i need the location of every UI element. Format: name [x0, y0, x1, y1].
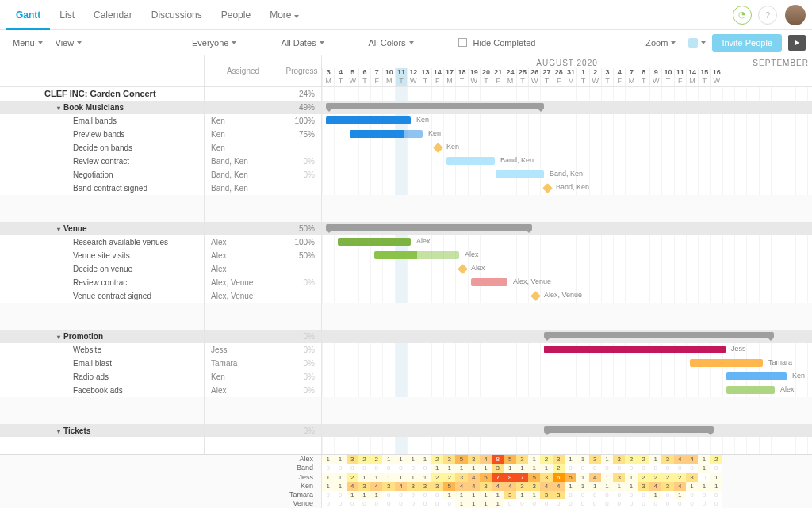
day-column: 4T — [334, 68, 346, 86]
assigned-cell — [205, 424, 282, 437]
workload-cell: 0 — [613, 464, 625, 472]
day-column: 26W — [528, 68, 540, 86]
gantt-bar[interactable] — [326, 224, 532, 231]
invite-people-button[interactable]: Invite People — [712, 34, 782, 52]
workload-cell: 0 — [322, 499, 334, 508]
tab-discussions[interactable]: Discussions — [142, 0, 212, 30]
assigned-cell — [205, 303, 282, 316]
workload-cell: 4 — [540, 482, 552, 491]
workload-cell: 0 — [601, 491, 613, 499]
group-row[interactable]: Book Musicians — [0, 101, 204, 114]
menu-dropdown[interactable]: Menu — [6, 38, 49, 48]
hide-completed-toggle[interactable]: Hide Completed — [452, 38, 542, 48]
zoom-dropdown[interactable]: Zoom — [639, 38, 682, 48]
gantt-bar[interactable] — [726, 386, 775, 394]
progress-cell — [282, 208, 321, 222]
task-row[interactable]: Email blast — [0, 357, 204, 370]
tab-gantt[interactable]: Gantt — [6, 0, 50, 30]
help-icon[interactable]: ? — [758, 6, 777, 25]
avatar[interactable] — [785, 5, 806, 25]
gantt-bar[interactable] — [326, 116, 411, 124]
workload-cell: 3 — [638, 482, 649, 491]
workload-cell: 1 — [528, 455, 540, 464]
workload-cell: 4 — [686, 455, 698, 464]
workload-cell: 1 — [382, 473, 394, 482]
workload-cell: 0 — [638, 499, 649, 508]
workload-cell: 1 — [407, 473, 419, 482]
month-label: AUGUST 2020 — [322, 59, 812, 67]
workload-cell: 0 — [504, 499, 515, 508]
task-row[interactable]: Email bands — [0, 114, 204, 128]
filter-colors[interactable]: All Colors — [362, 38, 420, 48]
gantt-bar[interactable] — [690, 359, 763, 367]
workload-cell: 1 — [492, 491, 504, 499]
tab-more[interactable]: More — [260, 0, 308, 30]
workload-cell: 1 — [395, 455, 407, 464]
assigned-cell: Ken — [205, 114, 282, 128]
workload-cell: 4 — [468, 473, 480, 482]
day-column: 25T — [516, 68, 528, 86]
gantt-bar[interactable] — [544, 426, 714, 433]
workload-cell: 0 — [576, 499, 588, 508]
task-row[interactable]: Facebook ads — [0, 384, 204, 397]
day-column: 17M — [443, 68, 455, 86]
workload-cell: 0 — [613, 499, 625, 508]
task-row[interactable]: Preview bands — [0, 128, 204, 141]
workload-cell: 2 — [710, 455, 722, 464]
view-dropdown[interactable]: View — [49, 38, 89, 48]
day-column: 1T — [576, 68, 588, 86]
tab-list[interactable]: List — [50, 0, 84, 30]
gantt-bar[interactable] — [350, 130, 423, 138]
gantt-bar[interactable] — [544, 332, 774, 338]
progress-cell: 0% — [282, 168, 321, 181]
workload-cell: 2 — [661, 473, 673, 482]
day-column: 12W — [407, 68, 419, 86]
task-row[interactable]: Research available venues — [0, 235, 204, 249]
day-column: 3T — [601, 68, 613, 86]
activity-icon[interactable]: ◔ — [733, 6, 752, 25]
presentation-button[interactable] — [788, 35, 806, 51]
workload-cell: 0 — [334, 464, 346, 472]
task-row[interactable]: Decide on venue — [0, 262, 204, 276]
tab-calendar[interactable]: Calendar — [84, 0, 142, 30]
task-row[interactable]: Venue site visits — [0, 249, 204, 262]
color-dropdown[interactable] — [682, 38, 712, 48]
filter-everyone[interactable]: Everyone — [186, 38, 243, 48]
tab-people[interactable]: People — [212, 0, 260, 30]
task-row[interactable]: Website — [0, 343, 204, 357]
day-column: 6T — [358, 68, 370, 86]
task-row[interactable]: Review contract — [0, 155, 204, 168]
assigned-cell — [205, 101, 282, 114]
gantt-bar[interactable] — [726, 372, 787, 380]
gantt-bar[interactable] — [496, 170, 544, 178]
workload-person: Ken — [0, 482, 321, 491]
workload-cell: 1 — [431, 464, 443, 472]
workload-cell: 0 — [370, 499, 382, 508]
workload-person: Alex — [0, 455, 321, 464]
workload-cell: 1 — [419, 455, 431, 464]
gantt-bar[interactable] — [471, 278, 508, 286]
project-title[interactable]: CLEF INC: Garden Concert — [0, 87, 204, 101]
workload-cell: 0 — [698, 491, 710, 499]
gantt-bar[interactable] — [374, 251, 459, 259]
workload-cell: 0 — [649, 464, 661, 472]
task-row[interactable]: Band contract signed — [0, 181, 204, 195]
day-column: 2W — [589, 68, 601, 86]
gantt-bar[interactable] — [338, 238, 411, 246]
group-row[interactable]: Promotion — [0, 330, 204, 343]
workload-cell: 3 — [504, 491, 515, 499]
gantt-bar[interactable] — [326, 103, 544, 109]
task-row[interactable]: Review contract — [0, 276, 204, 289]
day-column: 14M — [686, 68, 698, 86]
workload-cell: 0 — [553, 499, 565, 508]
progress-cell: 100% — [282, 114, 321, 128]
gantt-bar[interactable] — [544, 346, 726, 353]
task-row[interactable]: Negotiation — [0, 168, 204, 181]
task-row[interactable]: Radio ads — [0, 370, 204, 384]
group-row[interactable]: Venue — [0, 222, 204, 235]
group-row[interactable]: Tickets — [0, 424, 204, 437]
task-row[interactable]: Venue contract signed — [0, 289, 204, 303]
filter-dates[interactable]: All Dates — [274, 38, 330, 48]
task-row[interactable]: Decide on bands — [0, 141, 204, 155]
gantt-bar[interactable] — [446, 157, 495, 165]
